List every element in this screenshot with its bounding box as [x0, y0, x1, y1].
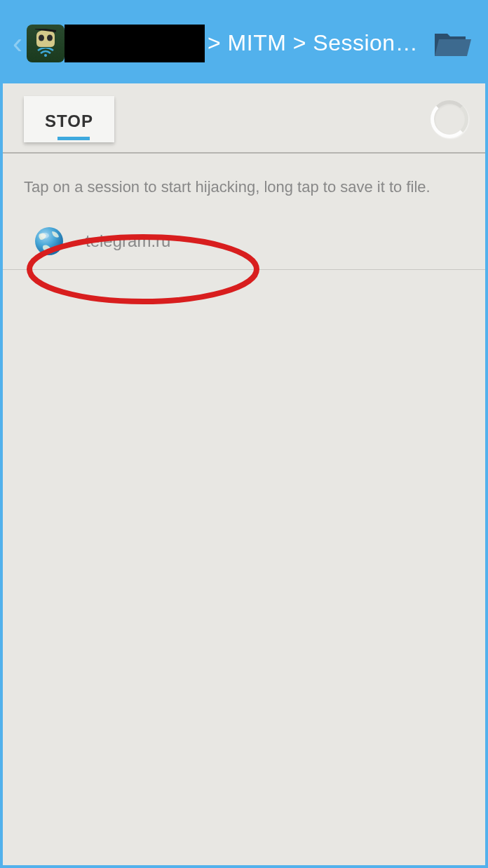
- session-domain-label: telegram.ru: [86, 231, 170, 251]
- back-chevron-icon[interactable]: ‹: [13, 29, 22, 58]
- app-header: ‹ > MITM > Session…: [3, 3, 485, 83]
- svg-point-3: [44, 54, 47, 57]
- svg-point-0: [39, 34, 44, 41]
- stop-button-label: STOP: [45, 111, 93, 130]
- content-area: STOP Tap on a session to start hijacking…: [3, 83, 485, 270]
- stop-button[interactable]: STOP: [24, 96, 114, 142]
- breadcrumb: > MITM > Session…: [205, 30, 425, 56]
- instruction-text: Tap on a session to start hijacking, lon…: [3, 154, 485, 213]
- svg-point-4: [35, 227, 63, 255]
- globe-icon: [34, 226, 65, 257]
- wifi-icon: [37, 48, 54, 60]
- session-list-item[interactable]: telegram.ru: [3, 213, 485, 270]
- button-accent: [57, 137, 90, 140]
- action-row: STOP: [3, 83, 485, 154]
- loading-spinner-icon: [431, 100, 468, 138]
- svg-point-5: [41, 233, 49, 238]
- folder-open-icon[interactable]: [433, 28, 473, 59]
- redacted-target: [65, 25, 205, 62]
- svg-point-1: [47, 34, 53, 41]
- app-icon[interactable]: [27, 25, 65, 62]
- droid-skull-icon: [34, 29, 57, 50]
